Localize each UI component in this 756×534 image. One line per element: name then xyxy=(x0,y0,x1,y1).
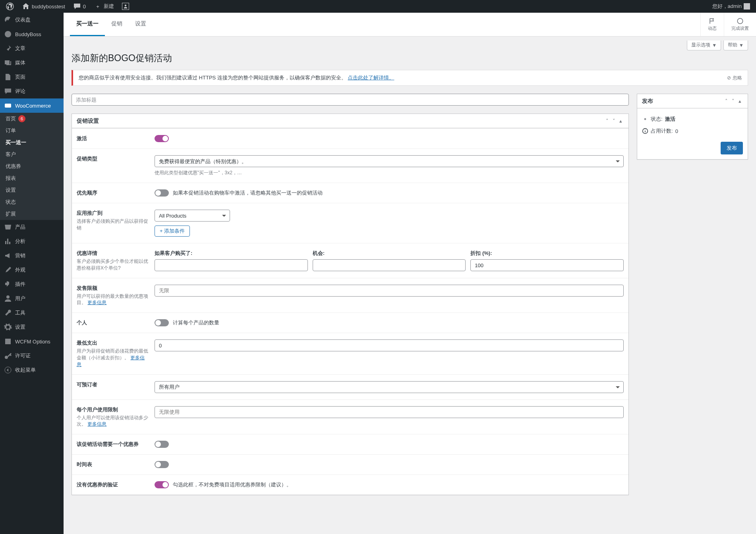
page-title: 添加新的BOGO促销活动 xyxy=(72,52,748,64)
input-per-user[interactable] xyxy=(155,406,624,418)
notice-dismiss[interactable]: ⊘忽略 xyxy=(727,75,742,81)
comments-icon xyxy=(4,87,12,95)
input-discount[interactable] xyxy=(470,259,624,271)
toggle-requires-coupon[interactable] xyxy=(155,441,169,448)
menu-marketing[interactable]: 营销 xyxy=(0,249,64,263)
tab-promo[interactable]: 促销 xyxy=(105,13,129,36)
site-name-link[interactable]: buddybosstest xyxy=(19,0,68,13)
svg-rect-3 xyxy=(5,104,11,108)
submenu-status[interactable]: 状态 xyxy=(0,196,64,208)
submenu-home[interactable]: 首页6 xyxy=(0,113,64,125)
menu-settings[interactable]: 设置 xyxy=(0,320,64,334)
menu-pages[interactable]: 页面 xyxy=(0,70,64,84)
key-icon xyxy=(642,116,648,122)
toggle-priority[interactable] xyxy=(155,189,169,197)
menu-label: 用户 xyxy=(15,295,25,302)
submenu-customers[interactable]: 客户 xyxy=(0,148,64,160)
caret-up-icon[interactable]: ▴ xyxy=(618,116,624,125)
submenu-extensions[interactable]: 扩展 xyxy=(0,208,64,220)
menu-label: 评论 xyxy=(15,88,25,95)
menu-woocommerce[interactable]: WooCommerce xyxy=(0,98,64,113)
brush-icon xyxy=(4,266,12,274)
menu-dashboard[interactable]: 仪表盘 xyxy=(0,13,64,27)
submenu-orders[interactable]: 订单 xyxy=(0,125,64,137)
menu-label: 外观 xyxy=(15,266,25,274)
wrench-icon xyxy=(4,309,12,317)
extra-icon-link[interactable] xyxy=(119,0,132,13)
menu-collapse[interactable]: 收起菜单 xyxy=(0,363,64,377)
menu-posts[interactable]: 文章 xyxy=(0,41,64,56)
submenu-settings[interactable]: 设置 xyxy=(0,184,64,196)
postbox-title: 促销设置 xyxy=(77,118,99,125)
help-button[interactable]: 帮助 ▼ xyxy=(723,40,748,50)
menu-license[interactable]: 许可证 xyxy=(0,349,64,363)
input-min-spend[interactable] xyxy=(155,339,624,351)
toggle-individual[interactable] xyxy=(155,319,169,326)
tab-bogo[interactable]: 买一送一 xyxy=(70,13,105,36)
menu-label: 产品 xyxy=(15,224,25,231)
tab-settings[interactable]: 设置 xyxy=(129,13,153,36)
menu-appearance[interactable]: 外观 xyxy=(0,263,64,277)
wordpress-icon xyxy=(6,2,14,10)
input-get-qty[interactable] xyxy=(313,259,466,271)
submenu-label: 买一送一 xyxy=(6,139,26,146)
menu-analytics[interactable]: 分析 xyxy=(0,234,64,249)
user-icon xyxy=(4,295,12,303)
dismiss-icon: ⊘ xyxy=(727,75,731,81)
toggle-no-coupon-verify[interactable] xyxy=(155,481,169,488)
chevron-down-icon[interactable]: ˅ xyxy=(611,116,617,125)
comments-link[interactable]: 0 xyxy=(70,0,89,13)
add-condition-button[interactable]: + 添加条件 xyxy=(155,226,190,237)
submenu-reports[interactable]: 报表 xyxy=(0,172,64,184)
tab-action-activity[interactable]: 动态 xyxy=(700,13,724,36)
notice-link[interactable]: 点击此处了解详情。 xyxy=(348,75,394,81)
chevron-up-icon[interactable]: ˄ xyxy=(723,96,729,106)
screen-options-button[interactable]: 显示选项 ▼ xyxy=(687,40,721,50)
chevron-up-icon[interactable]: ˄ xyxy=(604,116,610,125)
submenu-bogo[interactable]: 买一送一 xyxy=(0,137,64,148)
my-account[interactable]: 您好，admin xyxy=(710,0,753,13)
label-priority: 优先顺序 xyxy=(77,189,148,197)
promo-settings-box: 促销设置 ˄˅▴ 激活 促销类型 免费获得最便宜的产品（特别优惠）。 使用此类型… xyxy=(72,114,629,495)
menu-buddyboss[interactable]: BuddyBoss xyxy=(0,27,64,41)
submenu-label: 首页 xyxy=(6,115,16,122)
menu-products[interactable]: 产品 xyxy=(0,220,64,234)
publish-button[interactable]: 发布 xyxy=(721,142,743,154)
submenu-label: 订单 xyxy=(6,127,16,134)
select-promo-type[interactable]: 免费获得最便宜的产品（特别优惠）。 xyxy=(155,155,624,167)
menu-plugins[interactable]: 插件 xyxy=(0,277,64,291)
menu-label: 工具 xyxy=(15,309,25,316)
title-input[interactable] xyxy=(72,94,629,106)
more-info-link[interactable]: 更多信息 xyxy=(87,421,106,427)
menu-label: 媒体 xyxy=(15,59,25,66)
status-value: 激活 xyxy=(665,116,675,123)
input-buy-qty[interactable] xyxy=(155,259,308,271)
menu-users[interactable]: 用户 xyxy=(0,291,64,306)
menu-tools[interactable]: 工具 xyxy=(0,306,64,320)
new-content-link[interactable]: +新建 xyxy=(91,0,117,13)
media-icon xyxy=(4,59,12,67)
toggle-activate[interactable] xyxy=(155,135,169,142)
tab-action-setup[interactable]: 完成设置 xyxy=(724,13,756,36)
submenu-label: 优惠券 xyxy=(6,163,21,170)
menu-wcfm[interactable]: WCFM Options xyxy=(0,334,64,349)
menu-label: BuddyBoss xyxy=(15,31,41,37)
input-sale-limit[interactable] xyxy=(155,285,624,297)
more-info-link[interactable]: 更多信息 xyxy=(87,300,106,305)
select-allowed-users[interactable]: 所有用户 xyxy=(155,381,624,393)
caret-up-icon[interactable]: ▴ xyxy=(737,96,743,106)
toggle-schedule[interactable] xyxy=(155,461,169,468)
svg-point-1 xyxy=(125,5,127,7)
submenu-coupons[interactable]: 优惠券 xyxy=(0,160,64,172)
menu-comments[interactable]: 评论 xyxy=(0,84,64,98)
https-notice: 您的商店似乎没有使用安全连接。我们强烈建议通过 HTTPS 连接为您的整个网站提… xyxy=(72,70,748,86)
wp-logo[interactable] xyxy=(3,0,17,13)
select-apply-to[interactable]: All Products xyxy=(155,210,230,222)
help-details: 客户必须购买多少个单位才能以优惠价格获得X个单位? xyxy=(77,258,148,272)
menu-label: 插件 xyxy=(15,281,25,288)
label-apply-to: 应用推广到 xyxy=(77,210,148,217)
menu-label: WooCommerce xyxy=(15,103,51,109)
menu-media[interactable]: 媒体 xyxy=(0,56,64,70)
chevron-down-icon[interactable]: ˅ xyxy=(730,96,736,106)
product-icon xyxy=(4,223,12,231)
